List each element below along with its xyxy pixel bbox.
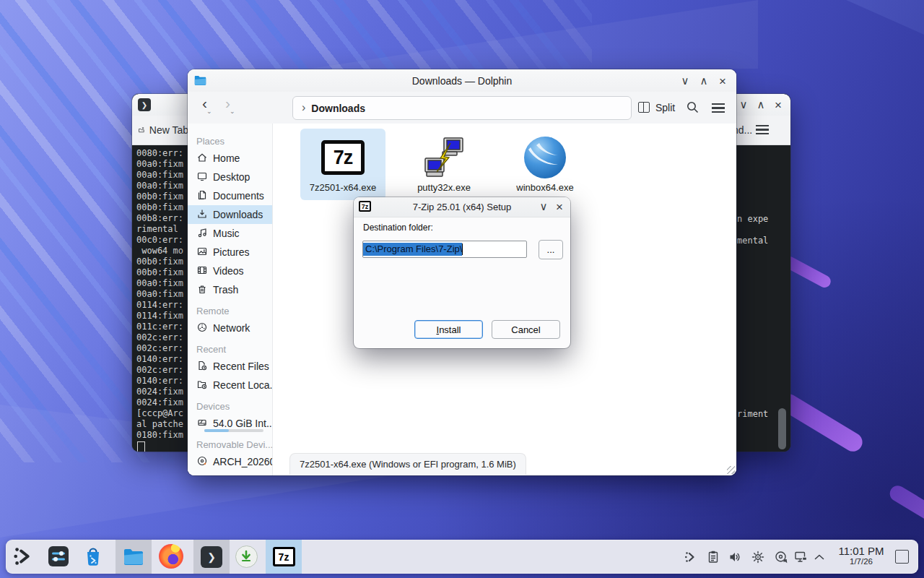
recent-locations-icon — [196, 379, 208, 392]
new-tab-icon — [138, 124, 145, 136]
location-bar[interactable]: › Downloads — [292, 96, 632, 120]
sidebar-item-54-0-gib-int[interactable]: 54.0 GiB Int... — [188, 414, 272, 433]
trash-icon — [196, 283, 208, 297]
breadcrumb-chevron-icon: › — [302, 101, 305, 114]
show-desktop-button[interactable] — [895, 550, 909, 564]
system-settings-icon[interactable] — [46, 544, 71, 569]
sidebar-item-documents[interactable]: Documents — [188, 186, 272, 205]
close-icon[interactable]: × — [552, 201, 567, 213]
documents-icon — [196, 189, 208, 203]
split-icon[interactable] — [638, 102, 650, 113]
device-notifier-icon[interactable] — [774, 550, 788, 564]
videos-icon — [196, 264, 208, 278]
task-konsole[interactable]: ❯ — [193, 540, 230, 574]
browse-button[interactable]: ... — [539, 240, 563, 259]
optical-disc-icon — [196, 455, 208, 469]
install-button[interactable]: Install — [414, 320, 483, 339]
task-7zip[interactable]: 7z — [266, 540, 302, 574]
dolphin-titlebar[interactable]: Downloads — Dolphin ∨ ∧ × — [188, 69, 736, 92]
places-panel: PlacesHomeDesktopDocumentsDownloadsMusic… — [188, 124, 273, 475]
sidebar-item-label: 54.0 GiB Int... — [213, 418, 273, 429]
task-dolphin[interactable] — [116, 540, 152, 574]
minimize-icon[interactable]: ∨ — [677, 75, 693, 87]
sidebar-item-recent-loca[interactable]: Recent Loca... — [188, 376, 272, 394]
sidebar-item-label: Downloads — [213, 209, 263, 220]
file-item[interactable]: winbox64.exe — [502, 129, 588, 200]
forward-button[interactable]: ›⌄ — [225, 95, 230, 112]
breadcrumb[interactable]: Downloads — [311, 103, 365, 114]
maximize-icon[interactable]: ∧ — [696, 75, 712, 87]
sidebar-item-arch-202601[interactable]: ARCH_202601 — [188, 452, 272, 471]
winbox-file-icon — [522, 134, 568, 181]
resize-grip[interactable] — [727, 466, 735, 474]
sidebar-item-downloads[interactable]: Downloads — [188, 205, 272, 224]
recent-files-icon — [196, 360, 208, 374]
firefox-icon[interactable] — [159, 544, 183, 569]
clipboard-icon[interactable] — [706, 550, 720, 564]
app-launcher-icon[interactable] — [12, 544, 36, 569]
taskbar: ❯ 7z 11:01 PM 1/7/26 — [6, 540, 918, 574]
downloads-app-icon[interactable] — [234, 544, 258, 569]
discover-icon[interactable] — [81, 544, 105, 569]
sidebar-item-label: Pictures — [213, 246, 250, 258]
sidebar-section-header: Removable Devi... — [196, 439, 272, 450]
kde-connect-icon[interactable] — [683, 550, 697, 564]
sidebar-item-videos[interactable]: Videos — [188, 262, 272, 280]
sidebar-item-home[interactable]: Home — [188, 149, 272, 168]
sidebar-item-desktop[interactable]: Desktop — [188, 168, 272, 186]
sidebar-item-label: Music — [213, 228, 240, 239]
network-icon[interactable] — [794, 550, 808, 564]
destination-folder-input[interactable]: C:\Program Files\7-Zip\ — [362, 241, 527, 258]
maximize-icon[interactable]: ∧ — [753, 99, 769, 111]
terminal-output-fragment: riment — [737, 409, 768, 419]
brightness-icon[interactable] — [751, 550, 765, 564]
minimize-icon[interactable]: ∨ — [536, 201, 552, 213]
terminal-output-fragment: n expe — [737, 214, 768, 224]
downloads-icon — [196, 208, 208, 222]
sidebar-item-trash[interactable]: Trash — [188, 280, 272, 299]
dolphin-toolbar: ‹⌄ ›⌄ ⌄ › Downloads Split — [188, 92, 736, 124]
hamburger-menu-icon[interactable] — [756, 125, 769, 135]
expand-tray-chevron-icon[interactable] — [812, 550, 827, 564]
search-icon[interactable] — [686, 100, 699, 114]
sidebar-item-label: Home — [213, 152, 240, 164]
terminal-scrollbar[interactable] — [778, 408, 786, 449]
file-item[interactable]: putty32x.exe — [401, 129, 487, 200]
sidebar-section-header: Recent — [196, 344, 272, 355]
sidebar-item-label: Desktop — [213, 171, 250, 183]
sidebar-item-label: Videos — [213, 265, 244, 277]
sidebar-item-recent-files[interactable]: Recent Files — [188, 357, 272, 376]
sidebar-item-label: Recent Files — [213, 361, 269, 372]
sidebar-item-label: Network — [213, 322, 250, 334]
digital-clock[interactable]: 11:01 PM 1/7/26 — [830, 545, 892, 566]
volume-icon[interactable] — [728, 550, 742, 564]
clock-date: 1/7/26 — [830, 557, 892, 566]
music-icon — [196, 227, 208, 241]
file-item[interactable]: 7z 7z2501-x64.exe — [300, 129, 385, 200]
close-icon[interactable]: × — [715, 75, 731, 87]
split-button[interactable]: Split — [655, 102, 675, 113]
konsole-icon: ❯ — [201, 546, 222, 568]
dialog-titlebar[interactable]: 7z 7-Zip 25.01 (x64) Setup ∨ × — [354, 197, 570, 217]
clock-time: 11:01 PM — [830, 545, 892, 557]
cancel-button[interactable]: Cancel — [492, 320, 560, 339]
sidebar-item-pictures[interactable]: Pictures — [188, 243, 272, 262]
7zip-setup-dialog[interactable]: 7z 7-Zip 25.01 (x64) Setup ∨ × Destinati… — [354, 197, 570, 348]
desktop-icon — [196, 171, 208, 184]
back-button[interactable]: ‹⌄ — [202, 95, 207, 112]
new-tab-button[interactable]: New Tab — [138, 121, 188, 139]
sidebar-item-network[interactable]: Network — [188, 319, 272, 337]
sidebar-item-label: Recent Loca... — [213, 379, 273, 391]
7zip-icon: 7z — [273, 547, 295, 566]
7zip-file-icon: 7z — [320, 134, 366, 181]
sidebar-section-header: Remote — [196, 306, 272, 316]
pictures-icon — [196, 246, 208, 259]
terminal-output-fragment: mental — [737, 236, 768, 246]
hard-drive-icon — [196, 417, 208, 431]
minimize-icon[interactable]: ∨ — [736, 99, 751, 111]
close-icon[interactable]: × — [770, 99, 786, 111]
konsole-icon: ❯ — [138, 98, 151, 111]
sidebar-item-music[interactable]: Music — [188, 224, 272, 243]
hamburger-menu-icon[interactable] — [712, 103, 725, 113]
window-title: Downloads — Dolphin — [188, 75, 736, 87]
